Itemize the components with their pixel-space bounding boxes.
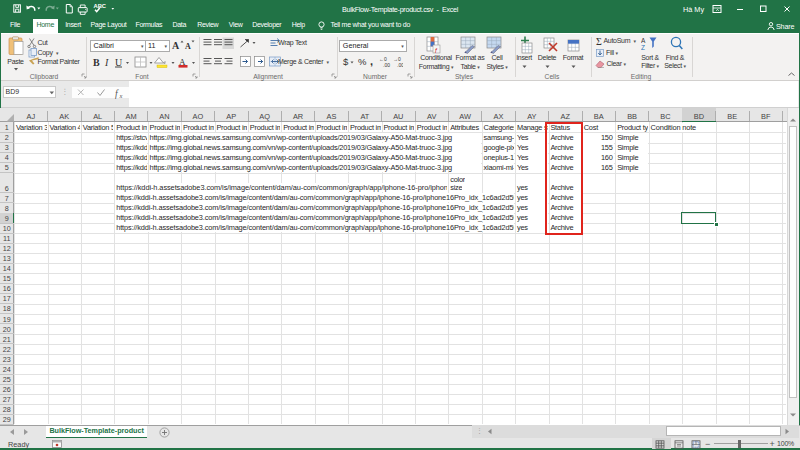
svg-text:ABC: ABC: [94, 3, 107, 9]
svg-text:A: A: [172, 40, 180, 51]
svg-text:,: ,: [370, 55, 373, 67]
svg-text:Σ: Σ: [596, 36, 602, 46]
svg-text:U: U: [115, 57, 123, 68]
svg-text:ƒ: ƒ: [435, 47, 438, 53]
svg-text:.00: .00: [383, 62, 390, 68]
svg-text:B: B: [93, 57, 100, 68]
svg-text:%: %: [358, 56, 367, 67]
svg-text:A: A: [185, 42, 191, 51]
svg-text:Z: Z: [641, 44, 645, 51]
svg-text:f: f: [115, 89, 119, 99]
svg-text:x: x: [119, 91, 123, 98]
svg-text:$: $: [343, 56, 349, 67]
svg-text:I: I: [104, 57, 109, 68]
svg-text:A: A: [641, 37, 646, 44]
